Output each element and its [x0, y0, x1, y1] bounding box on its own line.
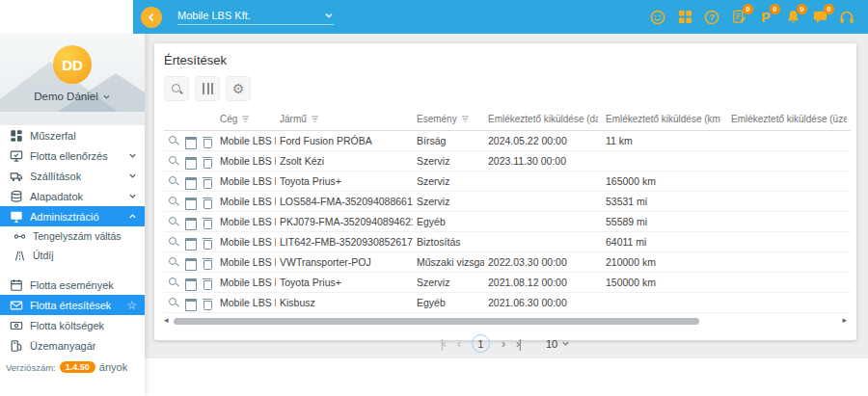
- sidebar-item-flotta-esemenyek[interactable]: Flotta események: [0, 275, 145, 295]
- table-row[interactable]: Mobile LBS Kft. VWTransporter-POJ Műszak…: [164, 252, 851, 273]
- row-view-icon[interactable]: [168, 135, 178, 146]
- table-row[interactable]: Mobile LBS Kft. Zsolt Kézi Szerviz 2023.…: [164, 151, 851, 172]
- row-calendar-icon[interactable]: [184, 216, 195, 227]
- chat-icon[interactable]: 0: [810, 8, 829, 27]
- table-row[interactable]: Mobile LBS Kft. PKJ079-FMA-3520940894621…: [164, 212, 851, 232]
- row-view-icon[interactable]: [168, 236, 178, 248]
- row-delete-icon[interactable]: [202, 236, 212, 248]
- row-calendar-icon[interactable]: [184, 155, 195, 167]
- sidebar-item-tengelyszam-valtas[interactable]: Tengelyszám váltás: [0, 226, 145, 246]
- cell-uzemora: [727, 273, 851, 293]
- row-calendar-icon[interactable]: [184, 135, 195, 146]
- sidebar-item-szallitasok[interactable]: Szállítások: [0, 166, 145, 186]
- row-delete-icon[interactable]: [202, 175, 212, 187]
- table-row[interactable]: Mobile LBS Kft. LIT642-FMB-3520930852617…: [164, 232, 851, 252]
- sidebar-item-flotta-ellenorzes[interactable]: Flotta ellenőrzés: [0, 145, 145, 166]
- sidebar-item-uzemanyagar[interactable]: Üzemanyagár: [0, 335, 145, 356]
- row-calendar-icon[interactable]: [184, 256, 195, 268]
- column-header-jarmu[interactable]: Jármű: [276, 109, 413, 131]
- sidebar-item-flotta-ertesitesek[interactable]: Flotta értesítések ☆: [0, 295, 145, 315]
- headset-icon[interactable]: [837, 8, 856, 27]
- column-header-esemeny[interactable]: Esemény: [413, 109, 484, 131]
- apps-grid-icon[interactable]: [675, 8, 694, 27]
- next-page-icon[interactable]: ›: [502, 337, 504, 351]
- scroll-left-icon[interactable]: ◂: [164, 315, 169, 325]
- last-page-icon[interactable]: ›|: [516, 337, 521, 351]
- row-delete-icon[interactable]: [202, 277, 212, 288]
- row-calendar-icon[interactable]: [184, 236, 195, 248]
- row-view-icon[interactable]: [168, 155, 178, 167]
- row-view-icon[interactable]: [168, 196, 178, 207]
- sidebar-item-alapadatok[interactable]: Alapadatok: [0, 186, 145, 206]
- cell-uzemora: [727, 192, 851, 212]
- table-row[interactable]: Mobile LBS Kft. Ford Fusion PRÓBA Bírság…: [164, 131, 851, 151]
- row-view-icon[interactable]: [168, 297, 178, 308]
- table-row[interactable]: Mobile LBS Kft. LOS584-FMA-3520940886618…: [164, 192, 851, 212]
- column-header-ceg[interactable]: Cég: [216, 109, 276, 131]
- dashboard-icon: [10, 129, 23, 143]
- filter-icon[interactable]: [241, 115, 250, 123]
- sidebar-item-utdij[interactable]: Útdíj: [0, 246, 145, 265]
- row-view-icon[interactable]: [168, 175, 178, 187]
- feedback-smiley-icon[interactable]: [648, 8, 667, 27]
- row-delete-icon[interactable]: [202, 216, 212, 227]
- actions-column-header: [164, 109, 216, 131]
- scroll-right-icon[interactable]: ▸: [842, 315, 847, 325]
- cell-esemeny: Szerviz: [413, 273, 484, 293]
- axle-icon: [14, 230, 26, 243]
- sidebar: DD Demo Dániel Műszerfal Flotta ellenőrz…: [0, 0, 145, 396]
- cell-datum: [484, 192, 602, 212]
- user-name: Demo Dániel: [34, 91, 97, 102]
- table-row[interactable]: Mobile LBS Kft. Toyota Prius+ Szerviz 20…: [164, 273, 851, 293]
- scrollbar-thumb[interactable]: [174, 318, 699, 325]
- banknote-icon: [10, 319, 23, 332]
- cell-ceg: Mobile LBS Kft.: [216, 252, 276, 273]
- search-button[interactable]: [164, 76, 189, 101]
- svg-text:?: ?: [709, 13, 715, 22]
- row-delete-icon[interactable]: [202, 256, 212, 268]
- filter-icon[interactable]: [311, 115, 319, 123]
- column-header-km[interactable]: Emlékeztető kiküldése (km óra állás): [602, 109, 727, 131]
- row-calendar-icon[interactable]: [184, 297, 195, 308]
- bell-icon[interactable]: 0: [783, 8, 802, 27]
- cell-esemeny: Egyéb: [413, 212, 484, 232]
- company-select[interactable]: Mobile LBS Kft.: [177, 10, 334, 25]
- column-chooser-button[interactable]: [195, 76, 220, 101]
- road-icon: [14, 250, 26, 262]
- table-row[interactable]: Mobile LBS Kft. Toyota Prius+ Szerviz 16…: [164, 172, 851, 192]
- filter-icon[interactable]: [461, 115, 470, 123]
- cell-datum: 2023.11.30 00:00: [484, 151, 602, 172]
- row-delete-icon[interactable]: [202, 196, 212, 207]
- prev-page-icon[interactable]: ‹: [457, 337, 460, 351]
- row-view-icon[interactable]: [168, 216, 178, 227]
- cell-ceg: Mobile LBS Kft.: [216, 212, 276, 232]
- row-calendar-icon[interactable]: [184, 196, 195, 207]
- first-page-icon[interactable]: |‹: [441, 337, 446, 351]
- sidebar-item-flotta-koltsegek[interactable]: Flotta költségek: [0, 315, 145, 335]
- help-icon[interactable]: ?: [702, 8, 721, 27]
- row-view-icon[interactable]: [168, 277, 178, 288]
- column-header-datum[interactable]: Emlékeztető kiküldése (dátum): [484, 109, 602, 131]
- row-calendar-icon[interactable]: [184, 175, 195, 187]
- settings-button[interactable]: ⚙: [226, 76, 251, 101]
- document-edit-icon[interactable]: 0: [729, 8, 748, 27]
- row-calendar-icon[interactable]: [184, 277, 195, 288]
- favorite-star-icon[interactable]: ☆: [126, 300, 137, 311]
- row-delete-icon[interactable]: [202, 155, 212, 167]
- column-header-uzemora[interactable]: Emlékeztető kiküldése (üzemóra állás): [727, 109, 851, 131]
- cell-km: 150000 km: [602, 273, 727, 293]
- page-number[interactable]: 1: [472, 334, 490, 353]
- notifications-table: Cég Jármű Esemény Emlékeztető kiküldése …: [164, 109, 851, 313]
- row-delete-icon[interactable]: [202, 135, 212, 146]
- row-view-icon[interactable]: [168, 256, 178, 268]
- table-row[interactable]: Mobile LBS Kft. Kisbusz Egyéb 2021.06.30…: [164, 293, 851, 313]
- collapse-sidebar-button[interactable]: [141, 7, 162, 28]
- sidebar-item-muszerfal[interactable]: Műszerfal: [0, 125, 145, 145]
- user-menu[interactable]: Demo Dániel: [0, 91, 145, 102]
- sidebar-item-adminisztracio[interactable]: Adminisztráció: [0, 206, 145, 226]
- page-size-select[interactable]: 10: [546, 338, 570, 350]
- parking-icon[interactable]: P 0: [756, 8, 775, 27]
- row-delete-icon[interactable]: [202, 297, 212, 308]
- cell-ceg: Mobile LBS Kft.: [216, 192, 276, 212]
- cell-esemeny: Szerviz: [413, 172, 484, 192]
